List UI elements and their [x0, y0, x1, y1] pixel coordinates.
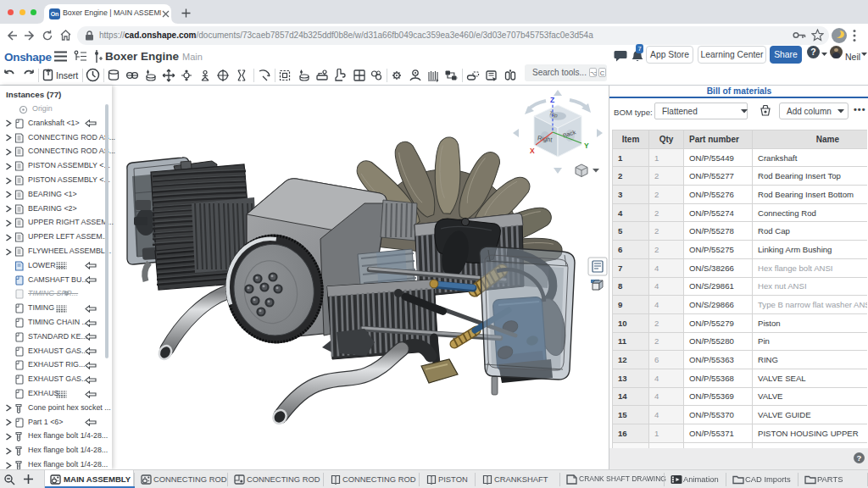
svg-text:Y: Y — [584, 141, 589, 150]
svg-text:Z: Z — [550, 96, 554, 104]
svg-text:X: X — [530, 147, 535, 155]
